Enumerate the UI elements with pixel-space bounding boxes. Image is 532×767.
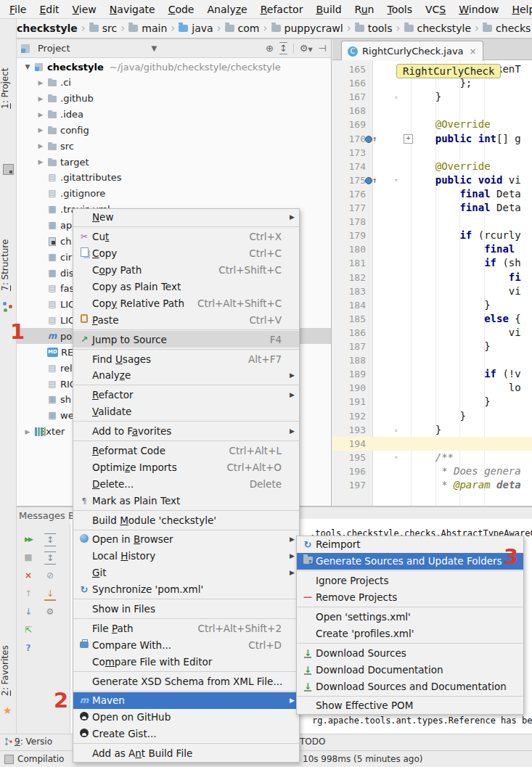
tree-collapse-icon[interactable]: ▶ (36, 111, 46, 118)
tree-item-idea[interactable]: ▶.idea (17, 107, 331, 123)
tree-collapse-icon[interactable]: ▶ (36, 95, 46, 102)
menu-item-add-to-favorites[interactable]: Add to Favorites▶ (73, 423, 299, 440)
menu-item-create-gist[interactable]: Create Gist... (73, 726, 299, 742)
menu-item-git[interactable]: Git▶ (73, 565, 299, 581)
menu-vcs[interactable]: VCS (419, 2, 452, 17)
menu-item-paste[interactable]: PasteCtrl+V (73, 311, 299, 328)
code-area[interactable]: 165 TokenT166 };167▵ }168169 @Override17… (332, 60, 532, 506)
tree-item-config[interactable]: ▶config (17, 122, 331, 138)
menu-item-create-profiles-xml[interactable]: Create 'profiles.xml' (297, 625, 523, 641)
menu-item-remove-projects[interactable]: —Remove Projects (297, 589, 523, 606)
menu-item-show-effective-pom[interactable]: Show Effective POM (297, 697, 523, 714)
project-tool-icon[interactable] (3, 164, 14, 175)
tab-version-control[interactable]: 9: Versio (15, 737, 52, 747)
settings-icon[interactable]: ⚙ (44, 606, 56, 618)
tree-item-checkstyle[interactable]: ▼checkstyle~/java/github/checkstyle/chec… (17, 59, 331, 75)
close-icon[interactable]: × (22, 570, 34, 581)
menu-item-build-module-checkstyle[interactable]: Build Module 'checkstyle' (73, 512, 299, 528)
menu-item-optimize-imports[interactable]: Optimize ImportsCtrl+Alt+O (73, 459, 299, 475)
tree-expand-icon[interactable]: ▼ (22, 63, 33, 70)
menu-item-delete[interactable]: Delete...Delete (73, 475, 299, 492)
menu-item-maven[interactable]: mMaven▶ (73, 692, 299, 709)
menu-item-open-on-github[interactable]: Open on GitHub (73, 709, 299, 726)
menu-window[interactable]: Window (452, 2, 505, 17)
stop-icon[interactable]: ■ (22, 551, 34, 563)
menu-run[interactable]: Run (348, 2, 381, 17)
chevron-down-icon[interactable]: ▼ (151, 44, 157, 52)
menu-item-generate-sources-and-update-folders[interactable]: Generate Sources and Update Folders (297, 553, 523, 570)
menu-item-compare-with[interactable]: Compare With...Ctrl+D (73, 636, 299, 653)
fold-marker-icon[interactable]: ▵ (394, 90, 398, 104)
menu-view[interactable]: View (66, 2, 103, 17)
fold-marker-icon[interactable]: ▿ (394, 451, 398, 464)
tab-structure-stripe[interactable]: 7: Structure (0, 231, 16, 298)
locate-icon[interactable]: ⊕ (266, 43, 274, 54)
menu-item-reimport[interactable]: ↻Reimport (297, 536, 523, 553)
help-icon[interactable]: ? (22, 642, 34, 654)
tree-item-gitignore[interactable]: ▤.gitignore (17, 186, 331, 202)
menu-item-download-sources[interactable]: ↓Download Sources (297, 644, 523, 661)
tree-item-gitattributes[interactable]: ▤.gitattributes (17, 170, 331, 186)
tree-collapse-icon[interactable]: ▶ (36, 126, 46, 134)
menu-item-copy-path[interactable]: Copy PathCtrl+Shift+C (73, 262, 299, 279)
fold-marker-icon[interactable]: ▿ (394, 173, 398, 187)
menu-item-add-as-ant-build-file[interactable]: Add as Ant Build File (73, 745, 299, 762)
expand-all-icon[interactable]: ↕ (44, 533, 56, 546)
menu-navigate[interactable]: Navigate (103, 2, 162, 17)
override-marker-icon[interactable]: ↑ (365, 173, 409, 188)
menu-item-copy[interactable]: CopyCtrl+C (73, 245, 299, 262)
menu-tools[interactable]: Tools (380, 2, 419, 17)
menu-item-jump-to-source[interactable]: ↗Jump to SourceF4 (73, 331, 299, 348)
menu-item-generate-xsd-schema-from-xml-file[interactable]: Generate XSD Schema from XML File... (73, 673, 299, 689)
breadcrumb-tools[interactable]: tools (355, 22, 393, 34)
breadcrumb-checkstyle[interactable]: checkstyle (404, 22, 472, 34)
menu-file[interactable]: File (3, 2, 33, 17)
tree-collapse-icon[interactable]: ▶ (36, 79, 46, 86)
menu-item-download-sources-and-documentation[interactable]: ↓Download Sources and Documentation (297, 678, 523, 694)
close-icon[interactable]: × (470, 46, 477, 57)
navigate-up-icon[interactable]: ↑ (22, 588, 34, 599)
menu-item-download-documentation[interactable]: ↓Download Documentation (297, 661, 523, 678)
navigate-down-icon[interactable]: ↓ (22, 606, 34, 618)
tab-rightcurlycheck[interactable]: C RightCurlyCheck.java × (341, 41, 483, 61)
override-marker-icon[interactable]: ↑ (365, 132, 409, 147)
tree-item-ci[interactable]: ▶.ci (17, 75, 331, 91)
tab-todo[interactable]: TODO (300, 737, 325, 747)
menu-code[interactable]: Code (162, 2, 201, 17)
breadcrumb-src[interactable]: src (89, 22, 117, 34)
menu-analyze[interactable]: Analyze (200, 2, 253, 17)
menu-item-analyze[interactable]: Analyze▶ (73, 367, 299, 384)
menu-item-cut[interactable]: ✂CutCtrl+X (73, 229, 299, 245)
tree-item-target[interactable]: ▶target (17, 154, 331, 170)
structure-tool-icon[interactable] (3, 302, 12, 311)
hide-panel-icon[interactable]: ⊣ (319, 43, 327, 54)
menu-item-ignore-projects[interactable]: Ignore Projects (297, 573, 523, 589)
breadcrumb-java[interactable]: java (179, 22, 213, 34)
mute-icon[interactable]: ⊘ (44, 570, 56, 581)
fold-marker-icon[interactable]: ▵ (394, 423, 398, 437)
gear-icon[interactable]: ⚙▼ (300, 43, 313, 54)
soft-wrap-icon[interactable]: ↓ (44, 588, 56, 601)
menu-item-mark-as-plain-text[interactable]: ¶Mark as Plain Text (73, 492, 299, 509)
tree-collapse-icon[interactable]: ▶ (36, 142, 46, 149)
favorites-star-icon[interactable]: ★ (3, 705, 12, 716)
tree-collapse-icon[interactable]: ▶ (22, 428, 33, 435)
tab-project-stripe[interactable]: 1: Project (0, 62, 16, 115)
tree-item-github[interactable]: ▶.github (17, 91, 331, 107)
menu-item-refactor[interactable]: Refactor▶ (73, 387, 299, 403)
menu-item-compare-file-with-editor[interactable]: Compare File with Editor (73, 653, 299, 670)
menu-item-synchronize-pom-xml[interactable]: ↻Synchronize 'pom.xml' (73, 581, 299, 598)
menu-item-file-path[interactable]: File PathCtrl+Alt+Shift+2 (73, 620, 299, 636)
tab-favorites-stripe[interactable]: 2: Favorites (0, 637, 16, 704)
tree-item-src[interactable]: ▶src (17, 138, 331, 154)
menu-item-find-usages[interactable]: Find UsagesAlt+F7 (73, 350, 299, 367)
collapse-all-icon[interactable]: ↕ (279, 42, 287, 54)
tree-collapse-icon[interactable]: ▶ (36, 158, 46, 165)
collapse-all-icon[interactable]: ↕ (44, 551, 56, 565)
export-icon[interactable]: ⇱ (22, 624, 34, 636)
menu-item-reformat-code[interactable]: Reformat CodeCtrl+Alt+L (73, 443, 299, 459)
menu-build[interactable]: Build (309, 2, 348, 17)
menu-item-new[interactable]: New▶ (73, 209, 299, 226)
breadcrumb-com[interactable]: com (225, 22, 260, 34)
breadcrumb-checks[interactable]: checks (483, 22, 531, 34)
